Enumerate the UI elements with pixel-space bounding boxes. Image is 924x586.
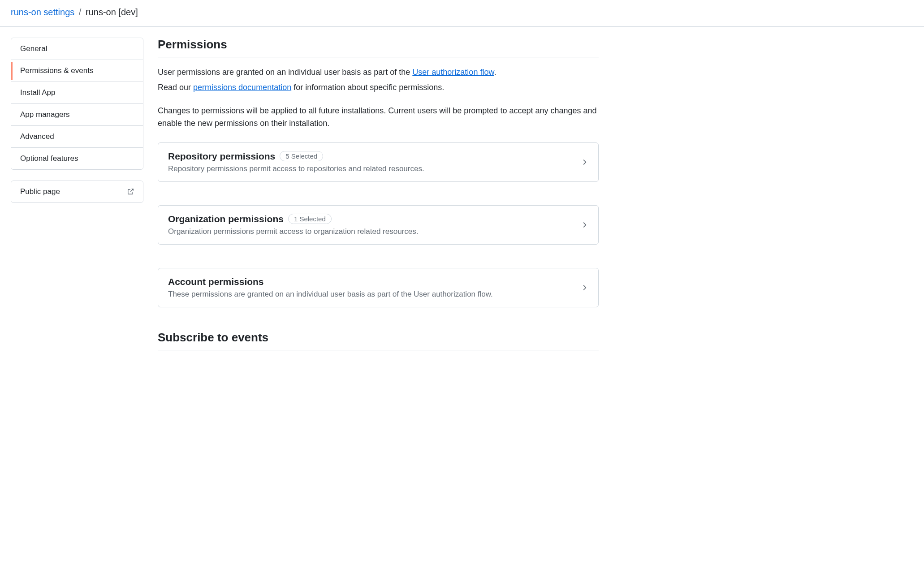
account-permissions-card[interactable]: Account permissions These permissions ar…	[158, 268, 599, 307]
selected-count-badge: 5 Selected	[280, 151, 323, 161]
card-title: Repository permissions	[168, 151, 275, 162]
sidebar-menu: General Permissions & events Install App…	[11, 38, 143, 170]
chevron-right-icon	[580, 284, 588, 292]
card-title-row: Repository permissions 5 Selected	[168, 151, 424, 162]
sidebar-item-optional-features[interactable]: Optional features	[11, 148, 143, 169]
breadcrumb: runs-on settings / runs-on [dev]	[0, 0, 924, 27]
card-title-row: Account permissions	[168, 276, 493, 287]
intro-text: User permissions are granted on an indiv…	[158, 66, 599, 130]
sidebar-item-app-managers[interactable]: App managers	[11, 104, 143, 126]
external-link-icon	[127, 188, 134, 195]
sidebar-item-install-app[interactable]: Install App	[11, 82, 143, 104]
sidebar-item-general[interactable]: General	[11, 38, 143, 60]
sidebar-menu-secondary: Public page	[11, 181, 143, 203]
card-body: Organization permissions 1 Selected Orga…	[168, 214, 418, 236]
sidebar-item-public-page[interactable]: Public page	[11, 181, 143, 203]
card-description: These permissions are granted on an indi…	[168, 290, 493, 299]
sidebar-item-label: Public page	[20, 187, 60, 196]
events-section-title: Subscribe to events	[158, 331, 599, 350]
card-title-row: Organization permissions 1 Selected	[168, 214, 418, 224]
chevron-right-icon	[580, 158, 588, 166]
page-title: Permissions	[158, 38, 599, 57]
selected-count-badge: 1 Selected	[288, 214, 332, 224]
breadcrumb-parent-link[interactable]: runs-on settings	[11, 7, 74, 17]
card-title: Account permissions	[168, 276, 264, 287]
card-body: Account permissions These permissions ar…	[168, 276, 493, 299]
card-description: Organization permissions permit access t…	[168, 227, 418, 236]
sidebar-item-permissions-events[interactable]: Permissions & events	[11, 60, 143, 82]
permissions-documentation-link[interactable]: permissions documentation	[193, 83, 291, 92]
sidebar-item-advanced[interactable]: Advanced	[11, 126, 143, 148]
intro-paragraph-3: Changes to permissions will be applied t…	[158, 105, 599, 130]
card-description: Repository permissions permit access to …	[168, 164, 424, 173]
main-content: Permissions User permissions are granted…	[158, 38, 599, 359]
card-body: Repository permissions 5 Selected Reposi…	[168, 151, 424, 173]
sidebar: General Permissions & events Install App…	[11, 38, 143, 359]
user-authorization-flow-link[interactable]: User authorization flow	[412, 68, 494, 77]
card-title: Organization permissions	[168, 214, 284, 224]
organization-permissions-card[interactable]: Organization permissions 1 Selected Orga…	[158, 205, 599, 245]
intro-paragraph-1: User permissions are granted on an indiv…	[158, 66, 599, 79]
intro-paragraph-2: Read our permissions documentation for i…	[158, 82, 599, 94]
breadcrumb-current: runs-on [dev]	[86, 7, 138, 17]
breadcrumb-separator: /	[79, 7, 82, 17]
chevron-right-icon	[580, 221, 588, 229]
repository-permissions-card[interactable]: Repository permissions 5 Selected Reposi…	[158, 142, 599, 182]
